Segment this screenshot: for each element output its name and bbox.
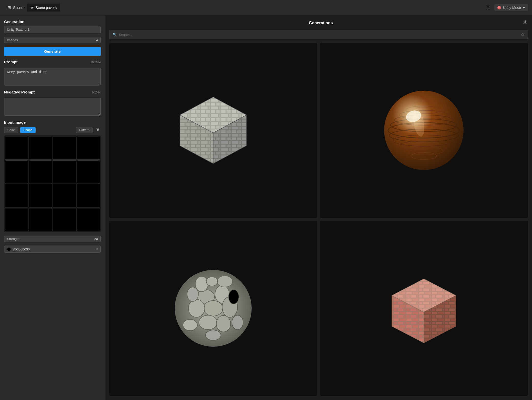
generate-button[interactable]: Generate (4, 47, 101, 56)
svg-rect-35 (65, 224, 75, 230)
prompt-textarea[interactable]: Grey pavers and dirt (4, 68, 101, 86)
images-count: 4 (96, 38, 98, 42)
svg-rect-18 (17, 193, 27, 199)
pattern-button[interactable]: Pattern (76, 127, 93, 133)
input-image-section: Input Image Color Shape Pattern (4, 120, 101, 232)
svg-rect-27 (6, 214, 27, 219)
pattern-cell (5, 160, 28, 184)
color-swatch[interactable] (7, 247, 11, 251)
pattern-cell (5, 184, 28, 207)
svg-rect-19 (6, 200, 27, 206)
main-layout: Generation Unity-Texture-1 Unity-Texture… (0, 15, 532, 400)
right-header: Generations (109, 19, 528, 26)
search-icon: 🔍 (112, 33, 117, 37)
menu-dots-icon[interactable]: ⋮ (484, 4, 492, 12)
svg-marker-15 (78, 161, 99, 182)
shape-toggle-button[interactable]: Shape (20, 127, 36, 133)
images-row: Images 4 (4, 37, 101, 43)
strength-row: Strength 20 (4, 236, 101, 242)
negative-prompt-textarea[interactable] (4, 98, 101, 116)
unity-muse-button[interactable]: Unity Muse ▾ (494, 4, 528, 11)
svg-rect-5 (78, 137, 87, 159)
negative-prompt-title: Negative Prompt (4, 90, 35, 94)
svg-rect-23 (54, 193, 75, 199)
pattern-cell (53, 184, 76, 207)
svg-point-85 (183, 319, 197, 331)
trash-button[interactable] (95, 127, 101, 133)
gen-card-stone-cube[interactable] (109, 43, 317, 218)
pattern-cell (77, 160, 100, 184)
tab-stone-pavers-label: Stone pavers (36, 6, 57, 10)
negative-prompt-counter: 0/1024 (92, 91, 101, 94)
stone-pavers-icon: ◈ (30, 5, 34, 10)
color-clear-button[interactable]: × (96, 247, 98, 251)
svg-marker-30 (30, 209, 51, 230)
unity-muse-dropdown-arrow: ▾ (523, 6, 525, 10)
right-panel: Generations 🔍 ☆ (105, 15, 532, 400)
images-label: Images (7, 38, 96, 42)
unity-muse-label: Unity Muse (503, 6, 521, 10)
title-bar: ⊞ Scene ◈ Stone pavers ⋮ Unity Muse ▾ (0, 0, 532, 15)
color-hex: #00000000 (13, 247, 94, 251)
svg-rect-33 (54, 217, 75, 223)
prompt-title: Prompt (4, 60, 18, 64)
svg-rect-22 (58, 185, 71, 193)
svg-rect-38 (78, 209, 99, 230)
pattern-cell (77, 184, 100, 207)
pattern-cell (5, 208, 28, 231)
pattern-cell (53, 160, 76, 184)
generation-title: Generation (4, 19, 101, 24)
svg-point-83 (217, 276, 232, 287)
search-bar: 🔍 ☆ (109, 30, 528, 39)
generations-title: Generations (119, 21, 522, 25)
pattern-cell (29, 208, 52, 231)
svg-rect-0 (6, 137, 27, 159)
svg-rect-31 (54, 209, 64, 215)
pattern-cell (29, 136, 52, 160)
strength-label: Strength (7, 237, 94, 241)
svg-rect-4 (54, 137, 75, 159)
svg-rect-34 (54, 224, 64, 230)
pattern-cell (77, 208, 100, 231)
svg-point-77 (203, 301, 223, 316)
pattern-cell (29, 184, 52, 207)
unity-muse-dot (497, 6, 501, 9)
svg-rect-7 (6, 161, 16, 171)
svg-point-88 (206, 330, 221, 340)
svg-rect-2 (30, 137, 51, 148)
svg-rect-16 (6, 185, 27, 192)
color-row: #00000000 × (4, 246, 101, 253)
svg-rect-8 (17, 173, 27, 182)
star-icon[interactable]: ☆ (520, 32, 525, 37)
tab-stone-pavers[interactable]: ◈ Stone pavers (27, 4, 60, 12)
svg-rect-6 (89, 137, 99, 159)
download-icon[interactable] (522, 19, 528, 26)
search-input[interactable] (119, 33, 518, 37)
svg-point-89 (206, 277, 218, 286)
gen-card-brick-cube[interactable] (320, 221, 528, 396)
svg-point-25 (78, 186, 98, 206)
pattern-cell (5, 136, 28, 160)
svg-rect-32 (65, 209, 75, 215)
svg-rect-9 (30, 161, 51, 182)
scene-icon: ⊞ (8, 5, 11, 10)
svg-point-84 (232, 315, 243, 330)
svg-rect-10 (33, 164, 48, 179)
prompt-section: Prompt 20/1024 Grey pavers and dirt (4, 60, 101, 86)
svg-point-87 (229, 290, 239, 304)
svg-rect-17 (6, 193, 16, 199)
svg-point-82 (195, 276, 208, 292)
svg-rect-26 (6, 209, 27, 214)
generation-section: Generation Unity-Texture-1 Unity-Texture… (4, 19, 101, 33)
input-image-title: Input Image (4, 120, 101, 124)
left-panel: Generation Unity-Texture-1 Unity-Texture… (0, 15, 105, 400)
gen-card-wood-sphere[interactable] (320, 43, 528, 218)
svg-rect-24 (58, 199, 71, 206)
color-toggle-button[interactable]: Color (4, 127, 18, 133)
pattern-cell (53, 208, 76, 231)
gen-card-cobble-sphere[interactable] (109, 221, 317, 396)
tab-scene[interactable]: ⊞ Scene (4, 4, 27, 12)
model-dropdown[interactable]: Unity-Texture-1 Unity-Texture-2 (4, 26, 101, 33)
negative-prompt-header: Negative Prompt 0/1024 (4, 90, 101, 96)
tab-scene-label: Scene (13, 6, 23, 10)
